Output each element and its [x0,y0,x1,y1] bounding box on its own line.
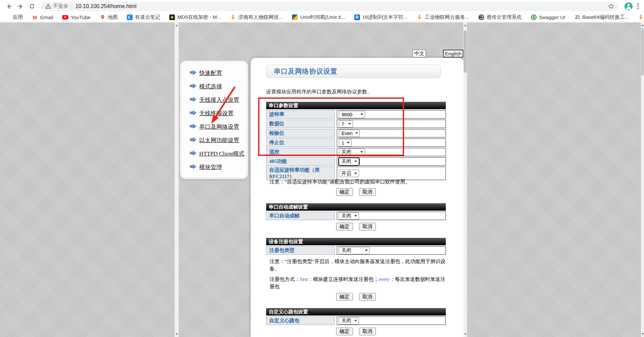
cancel-button[interactable]: 取消 [359,328,376,335]
bookmark-label: 济南有人物联网技... [238,14,283,20]
base64-icon: Z [574,14,580,20]
cancel-button[interactable]: 取消 [359,188,376,196]
page-subtitle: 设置模块应用程序的串口参数及网络协议参数。 [266,89,372,95]
field-label: 波特率 [266,110,335,119]
sidebar-item-无线接入点设置[interactable]: 无线接入点设置 [190,96,246,104]
select-485功能[interactable]: 关闭 [339,158,359,165]
chevron-down-icon [347,142,350,143]
button-row: 确定取消 [266,293,446,301]
sidebar-item-label: HTTPD Client模式 [199,150,245,158]
web-page-content: 中文 English 快速配置模式选择无线接入点设置无线终端设置串口及网络设置以… [0,23,644,337]
bookmark-item[interactable]: 透传云管理系统 [478,14,522,20]
apps-shortcut[interactable]: 应用 [5,14,23,20]
bookmark-item[interactable]: 工业物联网云服务... [417,14,469,20]
select-value: 7 [342,121,344,127]
select-自定义心跳包[interactable]: 关闭 [339,317,359,325]
menu-arrow-icon [190,110,196,117]
ok-button[interactable]: 确定 [336,328,353,335]
browser-scrollbar-thumb[interactable] [641,28,644,75]
frame-scrollbar-thumb[interactable] [464,31,467,73]
sidebar-item-串口及网络设置[interactable]: 串口及网络设置 [190,123,246,131]
table-row: 数据位7 [266,120,446,128]
bookmark-star-button[interactable] [608,3,614,9]
bookmark-item[interactable]: B16进制到文本字符... [354,14,407,20]
bookmark-item[interactable]: 地图 [100,14,118,20]
language-chinese-button[interactable]: 中文 [413,50,426,57]
page-title: 串口及网络协议设置 [274,67,337,76]
sidebar-item-以太网功能设置[interactable]: 以太网功能设置 [190,136,246,144]
browser-scrollbar[interactable] [641,23,644,337]
ok-button[interactable]: 确定 [336,293,353,301]
scroll-down-icon[interactable] [641,331,644,337]
bookmark-item[interactable]: Swagger UI [531,14,565,20]
sidebar-item-label: 以太网功能设置 [199,136,239,144]
bookmark-item[interactable]: Unix时间戳(Unix ti... [292,14,345,20]
bookmark-item[interactable]: MES | 有人物联网 [638,14,644,20]
apps-grid-icon [5,15,10,20]
bookmark-item[interactable]: MGmail [32,14,53,20]
select-波特率[interactable]: 9600 [339,111,365,118]
sidebar-item-label: 无线终端设置 [199,110,234,117]
select-停止位[interactable]: 1 [339,139,352,146]
table-row: 自定义心跳包关闭 [266,317,446,325]
select-注册包类型[interactable]: 关闭 [339,247,370,254]
field-value-cell: 关闭 [337,246,446,255]
menu-arrow-icon [190,124,196,130]
sidebar-item-无线终端设置[interactable]: 无线终端设置 [190,110,246,117]
menu-arrow-icon [190,97,196,103]
select-串口自动成帧[interactable]: 关闭 [339,212,359,220]
scroll-down-icon[interactable] [175,331,179,337]
ok-button[interactable]: 确定 [336,188,353,196]
table-row: 注册包类型关闭 [266,246,446,255]
scroll-down-icon[interactable] [463,331,467,337]
chevron-down-icon [354,215,357,217]
address-bar[interactable]: 不安全 10.10.100.254/home.html [41,2,618,11]
select-value: 关闭 [342,213,351,219]
cloud-icon [478,14,484,20]
bookmark-item[interactable]: 济南有人物联网技... [230,14,283,20]
left-frame-scrollbar[interactable] [175,23,179,337]
select-value: Even [342,131,353,136]
youdao-icon [127,14,133,20]
bookmark-item[interactable]: MD5在线加密 - M... [169,14,221,20]
bookmark-item[interactable]: ZBase64编码转换工... [574,14,629,20]
gmail-icon: M [32,14,38,20]
select-数据位[interactable]: 7 [339,120,353,128]
sidebar-item-快速配置[interactable]: 快速配置 [190,69,246,77]
select-自适应波特率功能（类RFC2117）[interactable]: 开启 [339,170,359,177]
url-text: 10.10.100.254/home.html [75,3,136,9]
unix-icon [292,14,298,20]
scroll-up-icon[interactable] [175,23,179,28]
reload-button[interactable] [27,2,37,11]
bookmark-label: Swagger UI [539,14,565,20]
sidebar-item-HTTPD Client模式[interactable]: HTTPD Client模式 [190,150,246,158]
select-检验位[interactable]: Even [339,130,360,137]
chevron-down-icon [354,320,357,322]
bookmark-label: YouTube [71,14,91,20]
frame-scrollbar[interactable] [463,23,467,337]
cancel-button[interactable]: 取消 [359,223,376,230]
menu-arrow-icon [190,164,196,170]
back-button[interactable] [4,2,14,11]
select-value: 1 [342,140,344,145]
usr-person-icon [417,14,422,20]
chrome-menu-button[interactable] [637,3,639,9]
bookmark-item[interactable]: YouTube [62,14,91,20]
forward-button[interactable] [16,2,25,11]
select-流控[interactable]: 关闭 [339,149,365,156]
browser-window: 不安全 10.10.100.254/home.html 应用 MGmailYou… [0,0,644,337]
button-row: 确定取消 [266,188,446,196]
ok-button[interactable]: 确定 [336,223,353,230]
cancel-button[interactable]: 取消 [359,293,376,301]
language-english-button[interactable]: English [443,50,463,57]
sidebar-item-模式选择[interactable]: 模式选择 [190,83,246,90]
note-segment: 注意：“自适应波特率功能”请配合我公司的虚拟串口软件使用。 [270,179,410,184]
bookmark-item[interactable]: 有道云笔记 [127,14,160,20]
field-value-cell: 9600 [337,110,446,119]
sidebar-item-模块管理[interactable]: 模块管理 [190,163,246,171]
scroll-up-icon[interactable] [641,23,644,28]
md5-icon [169,14,175,20]
scroll-up-icon[interactable] [463,23,467,28]
profile-avatar[interactable] [624,2,633,10]
section-header: 串口自动成帧设置 [266,203,446,211]
